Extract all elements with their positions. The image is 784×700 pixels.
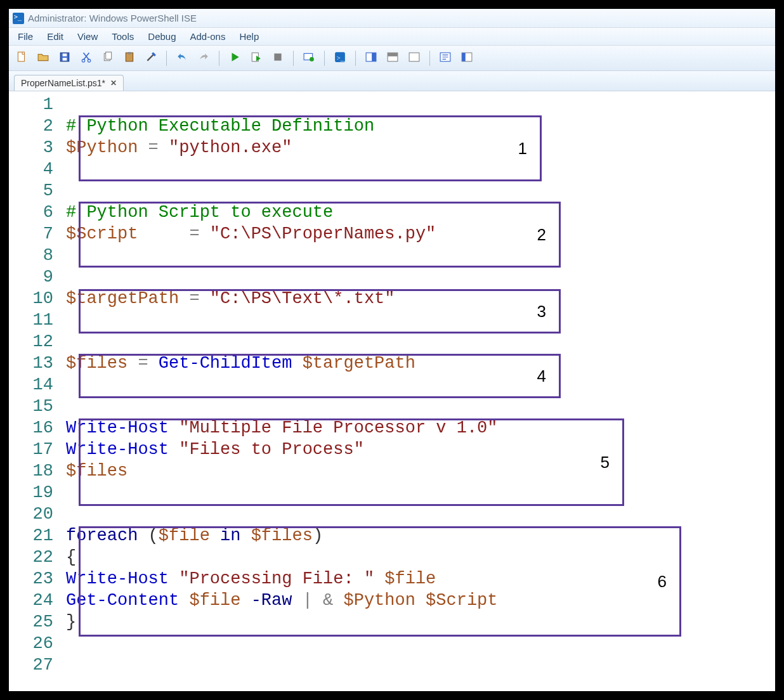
code-line[interactable]: 5 — [9, 180, 775, 202]
menu-add-ons[interactable]: Add-ons — [184, 29, 232, 44]
line-content[interactable]: $Script = "C:\PS\ProperNames.py" — [66, 223, 775, 245]
line-content[interactable] — [66, 159, 775, 180]
toolbar-separator — [324, 51, 325, 66]
copy-button[interactable] — [99, 49, 117, 67]
line-content[interactable]: Write-Host "Processing File: " $file — [66, 568, 775, 590]
line-content[interactable]: Write-Host "Multiple File Processor v 1.… — [66, 417, 775, 439]
code-token: Get-ChildItem — [159, 354, 292, 373]
line-content[interactable]: $files = Get-ChildItem $targetPath — [66, 353, 775, 374]
code-line[interactable]: 2# Python Executable Definition — [9, 115, 775, 137]
toolbar-separator — [219, 51, 219, 66]
pane-max-button[interactable] — [405, 49, 423, 67]
menu-view[interactable]: View — [71, 29, 104, 44]
redo-button[interactable] — [195, 49, 212, 67]
code-token: "Files to Process" — [179, 440, 364, 459]
code-token: } — [66, 612, 76, 632]
line-content[interactable] — [66, 633, 775, 654]
code-line[interactable]: 22{ — [9, 547, 775, 568]
code-line[interactable]: 4 — [9, 159, 775, 180]
new-icon — [16, 51, 27, 65]
menu-file[interactable]: File — [11, 29, 39, 44]
line-content[interactable]: $targetPath = "C:\PS\Text\*.txt" — [66, 288, 775, 309]
menu-tools[interactable]: Tools — [105, 29, 140, 44]
line-content[interactable] — [66, 654, 775, 676]
code-token — [179, 591, 189, 610]
code-line[interactable]: 27 — [9, 654, 775, 676]
code-line[interactable]: 11 — [9, 309, 775, 331]
code-line[interactable]: 7$Script = "C:\PS\ProperNames.py" — [9, 223, 775, 245]
menu-help[interactable]: Help — [233, 29, 265, 44]
run-selection-icon — [251, 51, 262, 65]
menu-debug[interactable]: Debug — [141, 29, 182, 44]
run-icon — [229, 51, 240, 65]
code-token: = — [138, 138, 169, 157]
powershell-button[interactable]: >_ — [331, 49, 349, 67]
line-content[interactable] — [66, 180, 775, 202]
clear-button[interactable] — [142, 49, 160, 67]
editor-tab[interactable]: ProperNameList.ps1* ✕ — [14, 75, 124, 91]
code-line[interactable]: 15 — [9, 396, 775, 417]
line-number: 16 — [9, 417, 66, 439]
line-content[interactable] — [66, 396, 775, 417]
run-button[interactable] — [226, 49, 244, 67]
tab-label: ProperNameList.ps1* — [21, 78, 105, 88]
code-line[interactable]: 9 — [9, 266, 775, 288]
open-button[interactable] — [34, 49, 52, 67]
new-button[interactable] — [13, 49, 30, 67]
code-line[interactable]: 8 — [9, 245, 775, 266]
line-content[interactable]: $Python = "python.exe" — [66, 137, 775, 159]
line-content[interactable] — [66, 94, 775, 115]
code-line[interactable]: 21foreach ($file in $files) — [9, 525, 775, 547]
line-content[interactable] — [66, 482, 775, 503]
line-content[interactable] — [66, 266, 775, 288]
code-line[interactable]: 25} — [9, 611, 775, 633]
line-content[interactable]: # Python Script to execute — [66, 202, 775, 223]
code-line[interactable]: 24Get-Content $file -Raw | & $Python $Sc… — [9, 590, 775, 611]
line-number: 5 — [9, 180, 66, 202]
code-line[interactable]: 3$Python = "python.exe" — [9, 137, 775, 159]
line-content[interactable]: foreach ($file in $files) — [66, 525, 775, 547]
code-line[interactable]: 20 — [9, 503, 775, 525]
svg-rect-23 — [462, 53, 466, 62]
pane-right-button[interactable] — [362, 49, 380, 67]
line-content[interactable] — [66, 503, 775, 525]
remote-button[interactable] — [300, 49, 318, 67]
code-editor[interactable]: 12# Python Executable Definition3$Python… — [9, 91, 775, 691]
run-selection-button[interactable] — [247, 49, 265, 67]
line-content[interactable]: Get-Content $file -Raw | & $Python $Scri… — [66, 590, 775, 611]
code-line[interactable]: 19 — [9, 482, 775, 503]
menu-edit[interactable]: Edit — [41, 29, 70, 44]
stop-icon — [272, 51, 284, 65]
code-line[interactable]: 26 — [9, 633, 775, 654]
app-icon — [13, 13, 24, 24]
code-line[interactable]: 6# Python Script to execute — [9, 202, 775, 223]
code-line[interactable]: 1 — [9, 94, 775, 115]
toolbox-button[interactable] — [458, 49, 476, 67]
code-line[interactable]: 18$files — [9, 460, 775, 482]
code-line[interactable]: 12 — [9, 331, 775, 353]
command-button[interactable] — [436, 49, 454, 67]
line-content[interactable] — [66, 331, 775, 353]
code-line[interactable]: 16Write-Host "Multiple File Processor v … — [9, 417, 775, 439]
code-line[interactable]: 13$files = Get-ChildItem $targetPath — [9, 353, 775, 374]
line-content[interactable]: } — [66, 611, 775, 633]
tab-close-icon[interactable]: ✕ — [110, 79, 117, 88]
code-line[interactable]: 17Write-Host "Files to Process" — [9, 439, 775, 460]
line-content[interactable] — [66, 309, 775, 331]
line-content[interactable]: # Python Executable Definition — [66, 115, 775, 137]
cut-button[interactable] — [77, 49, 95, 67]
pane-top-button[interactable] — [384, 49, 402, 67]
save-button[interactable] — [56, 49, 74, 67]
line-content[interactable]: Write-Host "Files to Process" — [66, 439, 775, 460]
paste-button[interactable] — [121, 49, 138, 67]
line-content[interactable] — [66, 245, 775, 266]
line-content[interactable]: { — [66, 547, 775, 568]
code-line[interactable]: 10$targetPath = "C:\PS\Text\*.txt" — [9, 288, 775, 309]
stop-button[interactable] — [269, 49, 287, 67]
code-token: "C:\PS\Text\*.txt" — [210, 289, 395, 308]
line-content[interactable]: $files — [66, 460, 775, 482]
code-line[interactable]: 14 — [9, 374, 775, 396]
paste-icon — [124, 51, 135, 65]
line-content[interactable] — [66, 374, 775, 396]
undo-button[interactable] — [173, 49, 191, 67]
